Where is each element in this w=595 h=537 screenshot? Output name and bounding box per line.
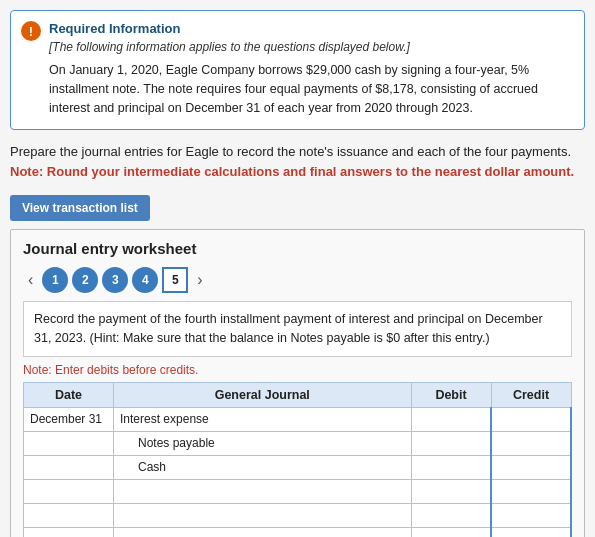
date-cell-2 xyxy=(24,431,114,455)
credit-field-4[interactable] xyxy=(492,480,570,503)
tab-navigation: ‹ 1 2 3 4 5 › xyxy=(23,267,572,293)
required-info-box: ! Required Information [The following in… xyxy=(10,10,585,130)
warning-icon: ! xyxy=(21,21,41,41)
table-row xyxy=(24,479,572,503)
notice-body: On January 1, 2020, Eagle Company borrow… xyxy=(49,61,572,117)
journal-table: Date General Journal Debit Credit Decemb… xyxy=(23,382,572,537)
date-cell-1: December 31 xyxy=(24,407,114,431)
gj-cell-2: Notes payable xyxy=(114,431,412,455)
credit-input-6[interactable] xyxy=(491,527,571,537)
tab-2[interactable]: 2 xyxy=(72,267,98,293)
debit-field-6[interactable] xyxy=(412,528,491,537)
gj-cell-5 xyxy=(114,503,412,527)
credit-input-1[interactable] xyxy=(491,407,571,431)
debit-input-6[interactable] xyxy=(411,527,491,537)
instruction-note: Note: Round your intermediate calculatio… xyxy=(10,164,574,179)
date-cell-6 xyxy=(24,527,114,537)
debit-field-1[interactable] xyxy=(412,408,491,431)
credit-field-1[interactable] xyxy=(492,408,570,431)
instruction-line1: Prepare the journal entries for Eagle to… xyxy=(10,144,571,159)
debit-field-5[interactable] xyxy=(412,504,491,527)
date-cell-4 xyxy=(24,479,114,503)
gj-cell-4 xyxy=(114,479,412,503)
credit-field-5[interactable] xyxy=(492,504,570,527)
notice-subtitle: [The following information applies to th… xyxy=(49,40,572,54)
table-row: Cash xyxy=(24,455,572,479)
debit-field-2[interactable] xyxy=(412,432,491,455)
debit-field-3[interactable] xyxy=(412,456,491,479)
table-row xyxy=(24,503,572,527)
view-transaction-button[interactable]: View transaction list xyxy=(10,195,150,221)
tab-1[interactable]: 1 xyxy=(42,267,68,293)
col-header-gj: General Journal xyxy=(114,382,412,407)
debit-input-1[interactable] xyxy=(411,407,491,431)
credit-field-6[interactable] xyxy=(492,528,570,537)
credit-field-2[interactable] xyxy=(492,432,570,455)
gj-cell-3: Cash xyxy=(114,455,412,479)
journal-entry-worksheet: Journal entry worksheet ‹ 1 2 3 4 5 › Re… xyxy=(10,229,585,537)
credit-input-5[interactable] xyxy=(491,503,571,527)
col-header-date: Date xyxy=(24,382,114,407)
debit-field-4[interactable] xyxy=(412,480,491,503)
next-tab-button[interactable]: › xyxy=(192,269,207,291)
debit-input-2[interactable] xyxy=(411,431,491,455)
col-header-debit: Debit xyxy=(411,382,491,407)
table-row xyxy=(24,527,572,537)
tab-5-active[interactable]: 5 xyxy=(162,267,188,293)
date-cell-3 xyxy=(24,455,114,479)
record-description: Record the payment of the fourth install… xyxy=(23,301,572,357)
tab-4[interactable]: 4 xyxy=(132,267,158,293)
debit-input-4[interactable] xyxy=(411,479,491,503)
table-row: December 31 Interest expense xyxy=(24,407,572,431)
prev-tab-button[interactable]: ‹ xyxy=(23,269,38,291)
debit-input-5[interactable] xyxy=(411,503,491,527)
table-row: Notes payable xyxy=(24,431,572,455)
note-debits-label: Note: Enter debits before credits. xyxy=(23,363,572,377)
col-header-credit: Credit xyxy=(491,382,571,407)
gj-cell-6 xyxy=(114,527,412,537)
worksheet-title: Journal entry worksheet xyxy=(23,240,572,257)
date-cell-5 xyxy=(24,503,114,527)
tab-3[interactable]: 3 xyxy=(102,267,128,293)
instructions: Prepare the journal entries for Eagle to… xyxy=(10,142,585,181)
notice-title: Required Information xyxy=(49,21,572,36)
debit-input-3[interactable] xyxy=(411,455,491,479)
credit-input-2[interactable] xyxy=(491,431,571,455)
credit-field-3[interactable] xyxy=(492,456,570,479)
gj-cell-1: Interest expense xyxy=(114,407,412,431)
credit-input-4[interactable] xyxy=(491,479,571,503)
credit-input-3[interactable] xyxy=(491,455,571,479)
